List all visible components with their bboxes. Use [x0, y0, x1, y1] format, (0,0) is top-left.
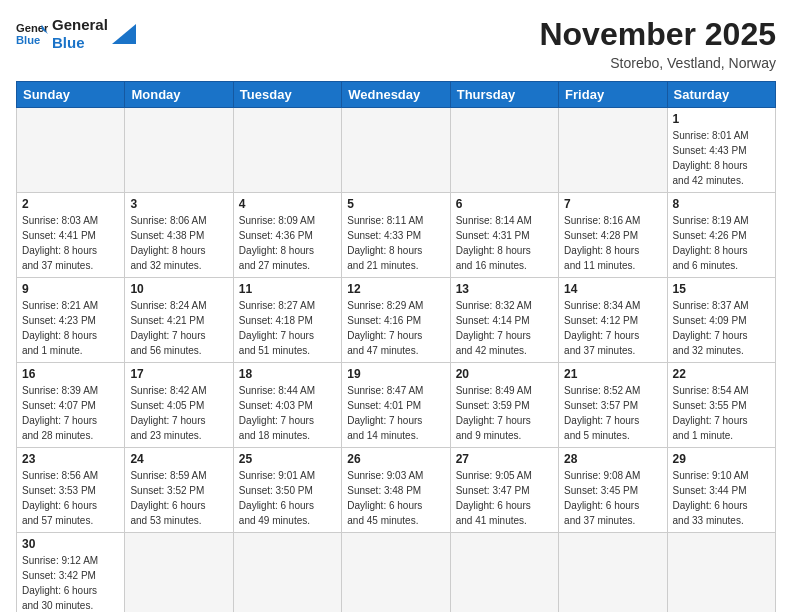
calendar-table: Sunday Monday Tuesday Wednesday Thursday…: [16, 81, 776, 612]
day-number: 24: [130, 452, 227, 466]
calendar-cell-3-4: 12Sunrise: 8:29 AM Sunset: 4:16 PM Dayli…: [342, 278, 450, 363]
day-info: Sunrise: 8:29 AM Sunset: 4:16 PM Dayligh…: [347, 298, 444, 358]
logo-general: General: [52, 16, 108, 34]
logo-blue: Blue: [52, 34, 108, 52]
calendar-cell-2-1: 2Sunrise: 8:03 AM Sunset: 4:41 PM Daylig…: [17, 193, 125, 278]
day-info: Sunrise: 8:03 AM Sunset: 4:41 PM Dayligh…: [22, 213, 119, 273]
day-info: Sunrise: 9:08 AM Sunset: 3:45 PM Dayligh…: [564, 468, 661, 528]
calendar-week-6: 30Sunrise: 9:12 AM Sunset: 3:42 PM Dayli…: [17, 533, 776, 613]
day-number: 20: [456, 367, 553, 381]
calendar-cell-6-2: [125, 533, 233, 613]
calendar-cell-2-5: 6Sunrise: 8:14 AM Sunset: 4:31 PM Daylig…: [450, 193, 558, 278]
logo: General Blue General Blue: [16, 16, 136, 52]
day-info: Sunrise: 9:12 AM Sunset: 3:42 PM Dayligh…: [22, 553, 119, 612]
day-info: Sunrise: 8:21 AM Sunset: 4:23 PM Dayligh…: [22, 298, 119, 358]
header-saturday: Saturday: [667, 82, 775, 108]
calendar-cell-5-5: 27Sunrise: 9:05 AM Sunset: 3:47 PM Dayli…: [450, 448, 558, 533]
day-info: Sunrise: 8:47 AM Sunset: 4:01 PM Dayligh…: [347, 383, 444, 443]
svg-marker-3: [112, 24, 136, 44]
calendar-cell-4-4: 19Sunrise: 8:47 AM Sunset: 4:01 PM Dayli…: [342, 363, 450, 448]
day-number: 22: [673, 367, 770, 381]
calendar-cell-6-4: [342, 533, 450, 613]
calendar-week-2: 2Sunrise: 8:03 AM Sunset: 4:41 PM Daylig…: [17, 193, 776, 278]
day-number: 2: [22, 197, 119, 211]
calendar-cell-4-7: 22Sunrise: 8:54 AM Sunset: 3:55 PM Dayli…: [667, 363, 775, 448]
calendar-week-1: 1Sunrise: 8:01 AM Sunset: 4:43 PM Daylig…: [17, 108, 776, 193]
day-info: Sunrise: 8:37 AM Sunset: 4:09 PM Dayligh…: [673, 298, 770, 358]
day-info: Sunrise: 8:42 AM Sunset: 4:05 PM Dayligh…: [130, 383, 227, 443]
day-number: 28: [564, 452, 661, 466]
calendar-cell-5-3: 25Sunrise: 9:01 AM Sunset: 3:50 PM Dayli…: [233, 448, 341, 533]
day-info: Sunrise: 8:19 AM Sunset: 4:26 PM Dayligh…: [673, 213, 770, 273]
header-wednesday: Wednesday: [342, 82, 450, 108]
calendar-cell-6-5: [450, 533, 558, 613]
day-info: Sunrise: 9:01 AM Sunset: 3:50 PM Dayligh…: [239, 468, 336, 528]
day-info: Sunrise: 8:54 AM Sunset: 3:55 PM Dayligh…: [673, 383, 770, 443]
day-number: 26: [347, 452, 444, 466]
day-info: Sunrise: 9:10 AM Sunset: 3:44 PM Dayligh…: [673, 468, 770, 528]
calendar-cell-1-3: [233, 108, 341, 193]
calendar-cell-3-6: 14Sunrise: 8:34 AM Sunset: 4:12 PM Dayli…: [559, 278, 667, 363]
calendar-header-row: Sunday Monday Tuesday Wednesday Thursday…: [17, 82, 776, 108]
day-number: 25: [239, 452, 336, 466]
day-number: 12: [347, 282, 444, 296]
calendar-cell-6-3: [233, 533, 341, 613]
day-number: 5: [347, 197, 444, 211]
day-info: Sunrise: 9:03 AM Sunset: 3:48 PM Dayligh…: [347, 468, 444, 528]
day-number: 15: [673, 282, 770, 296]
calendar-cell-5-2: 24Sunrise: 8:59 AM Sunset: 3:52 PM Dayli…: [125, 448, 233, 533]
day-info: Sunrise: 8:06 AM Sunset: 4:38 PM Dayligh…: [130, 213, 227, 273]
day-info: Sunrise: 8:49 AM Sunset: 3:59 PM Dayligh…: [456, 383, 553, 443]
calendar-cell-2-3: 4Sunrise: 8:09 AM Sunset: 4:36 PM Daylig…: [233, 193, 341, 278]
calendar-cell-6-6: [559, 533, 667, 613]
calendar-cell-5-6: 28Sunrise: 9:08 AM Sunset: 3:45 PM Dayli…: [559, 448, 667, 533]
calendar-cell-1-1: [17, 108, 125, 193]
calendar-cell-1-5: [450, 108, 558, 193]
day-number: 8: [673, 197, 770, 211]
day-number: 17: [130, 367, 227, 381]
calendar-week-5: 23Sunrise: 8:56 AM Sunset: 3:53 PM Dayli…: [17, 448, 776, 533]
calendar-cell-4-6: 21Sunrise: 8:52 AM Sunset: 3:57 PM Dayli…: [559, 363, 667, 448]
location-subtitle: Storebo, Vestland, Norway: [539, 55, 776, 71]
day-info: Sunrise: 8:09 AM Sunset: 4:36 PM Dayligh…: [239, 213, 336, 273]
day-number: 18: [239, 367, 336, 381]
calendar-cell-3-7: 15Sunrise: 8:37 AM Sunset: 4:09 PM Dayli…: [667, 278, 775, 363]
calendar-cell-1-2: [125, 108, 233, 193]
day-info: Sunrise: 8:34 AM Sunset: 4:12 PM Dayligh…: [564, 298, 661, 358]
calendar-cell-4-3: 18Sunrise: 8:44 AM Sunset: 4:03 PM Dayli…: [233, 363, 341, 448]
calendar-cell-6-1: 30Sunrise: 9:12 AM Sunset: 3:42 PM Dayli…: [17, 533, 125, 613]
day-number: 6: [456, 197, 553, 211]
day-number: 11: [239, 282, 336, 296]
day-info: Sunrise: 8:32 AM Sunset: 4:14 PM Dayligh…: [456, 298, 553, 358]
day-info: Sunrise: 8:44 AM Sunset: 4:03 PM Dayligh…: [239, 383, 336, 443]
day-number: 13: [456, 282, 553, 296]
day-info: Sunrise: 8:01 AM Sunset: 4:43 PM Dayligh…: [673, 128, 770, 188]
logo-triangle-icon: [112, 24, 136, 44]
calendar-cell-5-7: 29Sunrise: 9:10 AM Sunset: 3:44 PM Dayli…: [667, 448, 775, 533]
day-info: Sunrise: 8:39 AM Sunset: 4:07 PM Dayligh…: [22, 383, 119, 443]
day-info: Sunrise: 8:14 AM Sunset: 4:31 PM Dayligh…: [456, 213, 553, 273]
day-info: Sunrise: 9:05 AM Sunset: 3:47 PM Dayligh…: [456, 468, 553, 528]
page-header: General Blue General Blue November 2025 …: [16, 16, 776, 71]
calendar-cell-4-1: 16Sunrise: 8:39 AM Sunset: 4:07 PM Dayli…: [17, 363, 125, 448]
header-sunday: Sunday: [17, 82, 125, 108]
header-tuesday: Tuesday: [233, 82, 341, 108]
calendar-cell-5-1: 23Sunrise: 8:56 AM Sunset: 3:53 PM Dayli…: [17, 448, 125, 533]
day-number: 19: [347, 367, 444, 381]
day-number: 29: [673, 452, 770, 466]
calendar-cell-1-6: [559, 108, 667, 193]
header-monday: Monday: [125, 82, 233, 108]
day-info: Sunrise: 8:27 AM Sunset: 4:18 PM Dayligh…: [239, 298, 336, 358]
day-info: Sunrise: 8:16 AM Sunset: 4:28 PM Dayligh…: [564, 213, 661, 273]
day-number: 23: [22, 452, 119, 466]
day-number: 16: [22, 367, 119, 381]
calendar-cell-2-7: 8Sunrise: 8:19 AM Sunset: 4:26 PM Daylig…: [667, 193, 775, 278]
calendar-cell-3-3: 11Sunrise: 8:27 AM Sunset: 4:18 PM Dayli…: [233, 278, 341, 363]
calendar-cell-6-7: [667, 533, 775, 613]
day-number: 10: [130, 282, 227, 296]
day-number: 9: [22, 282, 119, 296]
calendar-cell-4-2: 17Sunrise: 8:42 AM Sunset: 4:05 PM Dayli…: [125, 363, 233, 448]
day-number: 27: [456, 452, 553, 466]
header-friday: Friday: [559, 82, 667, 108]
day-info: Sunrise: 8:11 AM Sunset: 4:33 PM Dayligh…: [347, 213, 444, 273]
